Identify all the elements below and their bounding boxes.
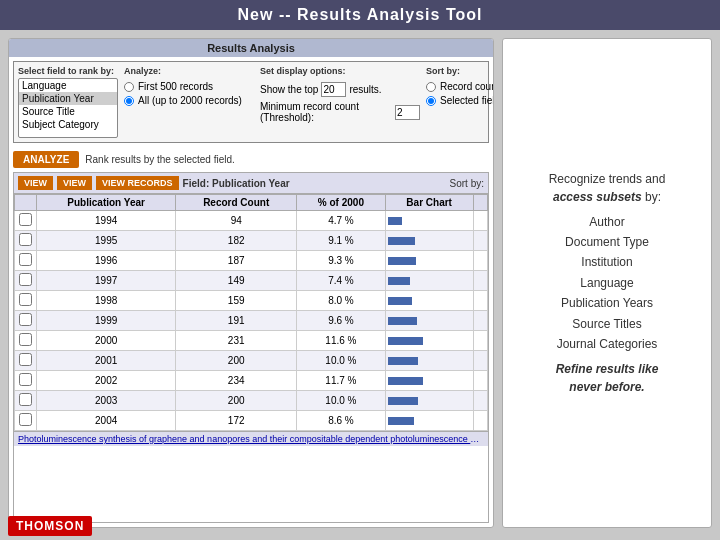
row-year: 1996: [37, 251, 176, 271]
bar-visual: [388, 357, 418, 365]
view-records-button[interactable]: VIEW RECORDS: [96, 176, 179, 190]
row-checkbox-10[interactable]: [19, 413, 32, 426]
row-checkbox-cell: [15, 231, 37, 251]
tool-controls: Select field to rank by: Language Public…: [13, 61, 489, 143]
row-checkbox-4[interactable]: [19, 293, 32, 306]
info-list-item: Document Type: [557, 232, 658, 252]
table-row: 1996 187 9.3 %: [15, 251, 488, 271]
analyze-button[interactable]: ANALYZE: [13, 151, 79, 168]
bar-visual: [388, 337, 423, 345]
row-extra: [473, 211, 487, 231]
radio-first500-input[interactable]: [124, 82, 134, 92]
row-extra: [473, 291, 487, 311]
analyze-section: Analyze: First 500 records All (up to 20…: [124, 66, 254, 106]
radio-first500-label: First 500 records: [138, 81, 213, 92]
sort-label: Sort by:: [426, 66, 494, 76]
row-pct: 9.6 %: [297, 311, 386, 331]
radio-record-count-label: Record count: [440, 81, 494, 92]
field-option-sourcetitle[interactable]: Source Title: [19, 105, 117, 118]
row-count: 200: [176, 351, 297, 371]
row-bar: [385, 331, 473, 351]
table-row: 2001 200 10.0 %: [15, 351, 488, 371]
radio-selected-field-input[interactable]: [426, 96, 436, 106]
view-button-1[interactable]: VIEW: [18, 176, 53, 190]
display-top-input[interactable]: [321, 82, 346, 97]
sort-section: Sort by: Record count Selected field: [426, 66, 494, 106]
radio-selected-field-label: Selected field: [440, 95, 494, 106]
display-min-row: Minimum record count (Threshold):: [260, 101, 420, 123]
row-count: 231: [176, 331, 297, 351]
row-checkbox-0[interactable]: [19, 213, 32, 226]
row-bar: [385, 231, 473, 251]
row-checkbox-cell: [15, 311, 37, 331]
view-button-2[interactable]: VIEW: [57, 176, 92, 190]
radio-selected-field[interactable]: Selected field: [426, 95, 494, 106]
info-bottom: Refine results likenever before.: [556, 360, 659, 396]
row-pct: 4.7 %: [297, 211, 386, 231]
info-list: AuthorDocument TypeInstitutionLanguagePu…: [557, 212, 658, 355]
row-checkbox-8[interactable]: [19, 373, 32, 386]
info-panel: Recognize trends and access subsets by: …: [502, 38, 712, 528]
row-count: 149: [176, 271, 297, 291]
field-option-pubyear[interactable]: Publication Year: [19, 92, 117, 105]
row-year: 1997: [37, 271, 176, 291]
field-label: Field: Publication Year: [183, 178, 290, 189]
bar-visual: [388, 397, 418, 405]
row-extra: [473, 231, 487, 251]
table-row: 1995 182 9.1 %: [15, 231, 488, 251]
page-title: New -- Results Analysis Tool: [238, 6, 483, 23]
results-table: Publication Year Record Count % of 2000 …: [14, 194, 488, 431]
min-count-input[interactable]: [395, 105, 420, 120]
row-checkbox-9[interactable]: [19, 393, 32, 406]
row-checkbox-cell: [15, 331, 37, 351]
row-checkbox-6[interactable]: [19, 333, 32, 346]
col-pct: % of 2000: [297, 195, 386, 211]
row-extra: [473, 411, 487, 431]
row-pct: 11.7 %: [297, 371, 386, 391]
row-count: 172: [176, 411, 297, 431]
bar-visual: [388, 417, 414, 425]
info-top-text: Recognize trends and access subsets by:: [549, 170, 666, 206]
table-row: 2004 172 8.6 %: [15, 411, 488, 431]
row-checkbox-3[interactable]: [19, 273, 32, 286]
row-extra: [473, 391, 487, 411]
row-count: 94: [176, 211, 297, 231]
row-extra: [473, 331, 487, 351]
bar-visual: [388, 277, 410, 285]
row-count: 200: [176, 391, 297, 411]
table-row: 1998 159 8.0 %: [15, 291, 488, 311]
info-bottom-text: Refine results likenever before.: [556, 362, 659, 394]
info-list-item: Journal Categories: [557, 334, 658, 354]
table-row: 1994 94 4.7 %: [15, 211, 488, 231]
info-list-item: Source Titles: [557, 314, 658, 334]
row-checkbox-cell: [15, 211, 37, 231]
footer: THOMSON: [8, 516, 92, 536]
radio-record-count-input[interactable]: [426, 82, 436, 92]
radio-all2000[interactable]: All (up to 2000 records): [124, 95, 254, 106]
field-option-subjectcat[interactable]: Subject Category: [19, 118, 117, 131]
citation-row[interactable]: Photoluminescence synthesis of graphene …: [14, 431, 488, 446]
row-bar: [385, 211, 473, 231]
row-extra: [473, 271, 487, 291]
bar-visual: [388, 377, 423, 385]
row-bar: [385, 251, 473, 271]
info-recognize: Recognize trends and: [549, 172, 666, 186]
radio-first500[interactable]: First 500 records: [124, 81, 254, 92]
col-checkbox: [15, 195, 37, 211]
row-checkbox-5[interactable]: [19, 313, 32, 326]
radio-record-count[interactable]: Record count: [426, 81, 494, 92]
row-checkbox-cell: [15, 271, 37, 291]
field-option-language[interactable]: Language: [19, 79, 117, 92]
row-year: 1998: [37, 291, 176, 311]
row-checkbox-7[interactable]: [19, 353, 32, 366]
field-select[interactable]: Language Publication Year Source Title S…: [18, 78, 118, 138]
display-label: Set display options:: [260, 66, 420, 76]
row-checkbox-2[interactable]: [19, 253, 32, 266]
row-bar: [385, 351, 473, 371]
row-bar: [385, 411, 473, 431]
row-checkbox-1[interactable]: [19, 233, 32, 246]
radio-all2000-input[interactable]: [124, 96, 134, 106]
row-pct: 8.0 %: [297, 291, 386, 311]
row-year: 2001: [37, 351, 176, 371]
sort-by-label: Sort by:: [450, 178, 484, 189]
